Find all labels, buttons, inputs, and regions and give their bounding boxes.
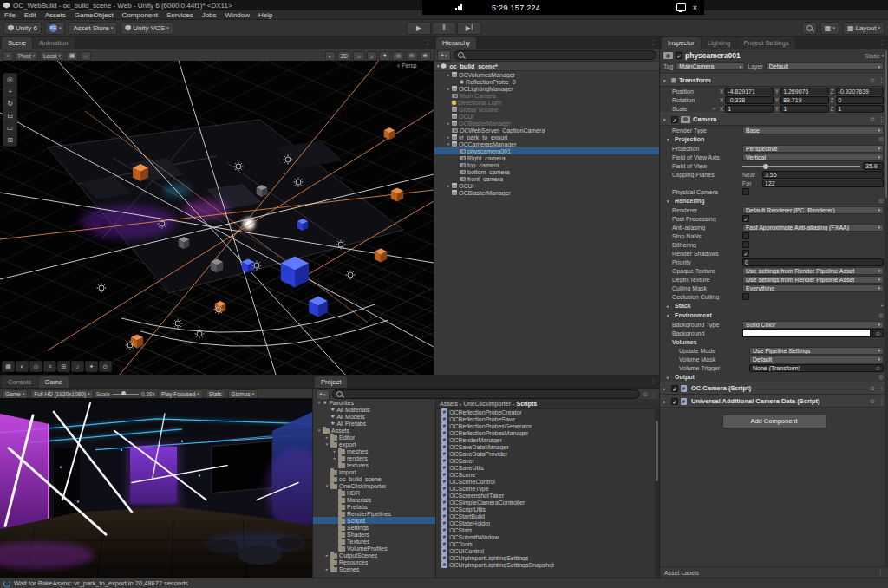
tab-animation[interactable]: Animation bbox=[33, 37, 74, 49]
file-ocscene[interactable]: # OCScene bbox=[436, 471, 655, 478]
layout-dropdown[interactable]: ▦ Layout ▾ bbox=[843, 22, 885, 35]
game-viewport[interactable] bbox=[0, 398, 312, 578]
rotation-x-field[interactable]: -0.338 bbox=[725, 96, 773, 104]
anti-aliasing-dropdown[interactable]: Fast Approximate Anti-aliasing (FXAA)▾ bbox=[742, 224, 884, 232]
render-shadows-checkbox[interactable]: ✓ bbox=[742, 250, 749, 257]
preset-icon[interactable]: ⊙ bbox=[878, 198, 884, 205]
shading-mode-dropdown[interactable]: ◐ bbox=[325, 51, 336, 61]
volume-trigger-object-field[interactable]: None (Transform)⊙ bbox=[749, 364, 884, 372]
tab-project[interactable]: Project bbox=[315, 376, 347, 388]
menu-item-window[interactable]: Window bbox=[221, 10, 254, 20]
file-ocsavedataprovider[interactable]: # OCSaveDataProvider bbox=[436, 450, 655, 457]
file-ocsaveutils[interactable]: # OCSaveUtils bbox=[436, 464, 655, 471]
kebab-menu-icon[interactable]: ⋮ bbox=[879, 39, 885, 46]
folder-settings[interactable]: Settings bbox=[313, 524, 435, 531]
field-of-view-axis-dropdown[interactable]: Vertical▾ bbox=[742, 154, 884, 161]
field-of-view-slider[interactable]: 35.9 bbox=[742, 162, 884, 170]
section-environment[interactable]: ▾Environment⊙ bbox=[660, 310, 888, 320]
file-ocurpimportlightingsettingssnapshot[interactable]: # OCUrpImportLightingSettingsSnapshot bbox=[436, 561, 655, 568]
rotate-tool-button[interactable]: ↻ bbox=[3, 98, 16, 110]
file-ocscreenshottaker[interactable]: # OCScreenshotTaker bbox=[436, 492, 655, 499]
menu-item-component[interactable]: Component bbox=[118, 10, 162, 20]
hierarchy-item-global-volume[interactable]: Global Volume bbox=[434, 106, 659, 113]
resolution-dropdown[interactable]: Full HD (1920x1080)▾ bbox=[30, 389, 94, 399]
tab-project-settings[interactable]: Project Settings bbox=[737, 37, 795, 49]
volume-mask-dropdown[interactable]: Default▾ bbox=[749, 356, 884, 363]
status-message[interactable]: Wait for BakeAsync: vr_park_to_export in… bbox=[14, 579, 188, 587]
scale-tool-button[interactable]: ⊡ bbox=[3, 110, 16, 122]
file-ocscenecontrol[interactable]: # OCSceneControl bbox=[436, 478, 655, 485]
preset-icon[interactable]: ⊙ bbox=[870, 398, 875, 405]
tab-inspector[interactable]: Inspector bbox=[662, 37, 701, 49]
folder-meshes[interactable]: ▸ meshes bbox=[313, 448, 435, 454]
breadcrumb-item[interactable]: OneClickImporter ▸ bbox=[464, 401, 515, 407]
play-focused-dropdown[interactable]: Play Focused▾ bbox=[158, 389, 203, 399]
file-ocrendermanager[interactable]: # OCRenderManager bbox=[436, 436, 655, 443]
unity-version-button[interactable]: Unity 6 bbox=[3, 22, 42, 35]
gameobject-name-field[interactable]: physcamera001 bbox=[685, 51, 862, 60]
folder-all-prefabs[interactable]: ★ All Prefabs bbox=[313, 420, 435, 427]
effects-dropdown[interactable]: ✦ bbox=[379, 51, 390, 61]
add-icon[interactable]: + bbox=[880, 303, 884, 309]
component-enabled-checkbox[interactable]: ✓ bbox=[671, 398, 678, 405]
create-object-button[interactable]: +▾ bbox=[437, 50, 451, 61]
near-field[interactable]: 3.55 bbox=[762, 171, 884, 179]
account-dropdown[interactable]: KE ▾ bbox=[45, 22, 66, 35]
file-ocsimplecameracontroller[interactable]: # OCSimpleCameraController bbox=[436, 499, 655, 506]
expand-arrow-icon[interactable]: ▸ bbox=[445, 183, 452, 188]
layers-dropdown[interactable]: ▦ ▾ bbox=[820, 22, 839, 35]
file-ocuicontrol[interactable]: # OCUIControl bbox=[436, 547, 655, 554]
foldout-arrow-icon[interactable]: ▾ bbox=[437, 63, 440, 69]
hierarchy-item-bottom-camera[interactable]: bottom_camera bbox=[434, 168, 659, 175]
expand-arrow-icon[interactable]: ▸ bbox=[323, 566, 330, 572]
hierarchy-item-front-camera[interactable]: front_camera bbox=[434, 175, 659, 182]
hierarchy-item-top-camera[interactable]: top_camera bbox=[434, 161, 659, 168]
grid-overlay-button[interactable]: ▦ bbox=[2, 361, 15, 372]
position-z-field[interactable]: -0.9207639 bbox=[836, 88, 884, 95]
depth-texture-dropdown[interactable]: Use settings from Render Pipeline Asset▾ bbox=[742, 276, 884, 284]
pause-button[interactable]: Ⅱ bbox=[432, 22, 456, 35]
file-ocreflectionprobesgenerator[interactable]: # OCReflectionProbesGenerator bbox=[436, 422, 655, 429]
preset-icon[interactable]: ⊙ bbox=[870, 77, 875, 84]
move-tool-button[interactable]: + bbox=[3, 86, 16, 98]
menu-item-file[interactable]: File bbox=[0, 10, 20, 20]
folder-outputscenes[interactable]: ▸ OutputScenes bbox=[313, 552, 435, 559]
section-rendering[interactable]: ▾Rendering⊙ bbox=[660, 196, 888, 206]
expand-arrow-icon[interactable]: ▾ bbox=[323, 441, 330, 447]
camera-settings-button[interactable]: ⊙ bbox=[406, 51, 417, 61]
stop-nans-checkbox[interactable] bbox=[742, 232, 749, 239]
folder-renders[interactable]: ▸ renders bbox=[313, 454, 435, 461]
hierarchy-item-right-camera[interactable]: Right_camera bbox=[434, 154, 659, 161]
effects-overlay-button[interactable]: ✦ bbox=[85, 361, 98, 372]
kebab-menu-icon[interactable]: ⋮ bbox=[878, 569, 884, 576]
near-field-group[interactable]: Near3.55 bbox=[742, 171, 884, 179]
section-output[interactable]: ▸Output⊙ bbox=[660, 372, 888, 382]
menu-item-assets[interactable]: Assets bbox=[41, 10, 70, 20]
transform-tool-button[interactable]: ⊞ bbox=[3, 134, 16, 146]
folder-export[interactable]: ▾ export bbox=[313, 441, 435, 448]
hierarchy-item-directional-light[interactable]: Directional Light bbox=[434, 99, 659, 106]
foldout-arrow-icon[interactable]: ▸ bbox=[663, 386, 669, 391]
hierarchy-item-reflectionprobe-0[interactable]: ReflectionProbe_0 bbox=[434, 78, 659, 85]
folder-editor[interactable]: ▸ Editor bbox=[313, 434, 435, 441]
unity-vcs-button[interactable]: Unity VCS ▾ bbox=[121, 22, 173, 35]
burger-overlay-button[interactable]: ≡ bbox=[43, 361, 56, 372]
file-ocsaver[interactable]: # OCSaver bbox=[436, 457, 655, 464]
preset-icon[interactable]: ⊙ bbox=[878, 374, 884, 381]
hierarchy-item-vr-park-to-export[interactable]: ▸ vr_park_to_export bbox=[434, 134, 659, 140]
folder-prefabs[interactable]: Prefabs bbox=[313, 503, 435, 510]
inspector-scrollbar[interactable] bbox=[885, 49, 888, 567]
hierarchy-item-oclightingmanager[interactable]: ▸ OCLightingManager bbox=[434, 85, 659, 92]
snap-magnet-toggle[interactable]: ∩ bbox=[80, 51, 91, 61]
projection-dropdown[interactable]: Perspective▾ bbox=[742, 145, 884, 153]
file-ocstateholder[interactable]: # OCStateHolder bbox=[436, 519, 655, 526]
scale-y-field[interactable]: 1 bbox=[780, 105, 828, 113]
file-ocsubmitwindow[interactable]: # OCSubmitWindow bbox=[436, 533, 655, 540]
grid-snap-toggle[interactable]: ▦ bbox=[66, 51, 78, 61]
search-button[interactable] bbox=[802, 22, 817, 35]
expand-arrow-icon[interactable]: ▾ bbox=[323, 483, 330, 488]
folder-oneclickimporter[interactable]: ▾ OneClickImporter bbox=[313, 482, 435, 489]
preset-icon[interactable]: ⊙ bbox=[878, 136, 884, 143]
folder-import[interactable]: Import bbox=[313, 468, 435, 475]
background-type-dropdown[interactable]: Solid Color▾ bbox=[742, 321, 884, 329]
